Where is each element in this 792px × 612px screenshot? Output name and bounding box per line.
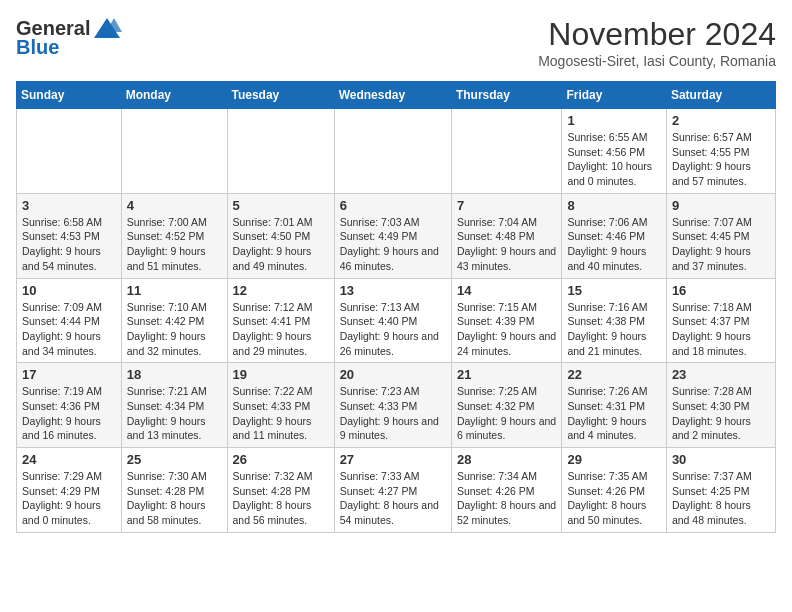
day-number: 29 — [567, 452, 660, 467]
day-info: Sunrise: 6:55 AM Sunset: 4:56 PM Dayligh… — [567, 130, 660, 189]
day-cell — [334, 109, 451, 194]
day-number: 12 — [233, 283, 329, 298]
day-info: Sunrise: 7:07 AM Sunset: 4:45 PM Dayligh… — [672, 215, 770, 274]
title-area: November 2024 Mogosesti-Siret, Iasi Coun… — [538, 16, 776, 69]
day-cell — [451, 109, 562, 194]
day-number: 6 — [340, 198, 446, 213]
day-cell: 26Sunrise: 7:32 AM Sunset: 4:28 PM Dayli… — [227, 448, 334, 533]
day-info: Sunrise: 7:34 AM Sunset: 4:26 PM Dayligh… — [457, 469, 557, 528]
day-cell: 2Sunrise: 6:57 AM Sunset: 4:55 PM Daylig… — [666, 109, 775, 194]
day-info: Sunrise: 7:21 AM Sunset: 4:34 PM Dayligh… — [127, 384, 222, 443]
day-cell: 29Sunrise: 7:35 AM Sunset: 4:26 PM Dayli… — [562, 448, 666, 533]
day-cell: 15Sunrise: 7:16 AM Sunset: 4:38 PM Dayli… — [562, 278, 666, 363]
header-row: SundayMondayTuesdayWednesdayThursdayFrid… — [17, 82, 776, 109]
day-info: Sunrise: 7:15 AM Sunset: 4:39 PM Dayligh… — [457, 300, 557, 359]
day-cell — [17, 109, 122, 194]
logo-icon — [92, 16, 122, 40]
day-cell: 9Sunrise: 7:07 AM Sunset: 4:45 PM Daylig… — [666, 193, 775, 278]
day-cell: 1Sunrise: 6:55 AM Sunset: 4:56 PM Daylig… — [562, 109, 666, 194]
day-info: Sunrise: 7:01 AM Sunset: 4:50 PM Dayligh… — [233, 215, 329, 274]
day-info: Sunrise: 7:13 AM Sunset: 4:40 PM Dayligh… — [340, 300, 446, 359]
day-info: Sunrise: 7:30 AM Sunset: 4:28 PM Dayligh… — [127, 469, 222, 528]
header-friday: Friday — [562, 82, 666, 109]
day-cell — [227, 109, 334, 194]
day-cell: 13Sunrise: 7:13 AM Sunset: 4:40 PM Dayli… — [334, 278, 451, 363]
day-number: 20 — [340, 367, 446, 382]
header-saturday: Saturday — [666, 82, 775, 109]
day-cell: 4Sunrise: 7:00 AM Sunset: 4:52 PM Daylig… — [121, 193, 227, 278]
day-number: 9 — [672, 198, 770, 213]
day-cell: 10Sunrise: 7:09 AM Sunset: 4:44 PM Dayli… — [17, 278, 122, 363]
day-info: Sunrise: 7:37 AM Sunset: 4:25 PM Dayligh… — [672, 469, 770, 528]
page-header: General Blue November 2024 Mogosesti-Sir… — [16, 16, 776, 69]
day-info: Sunrise: 7:26 AM Sunset: 4:31 PM Dayligh… — [567, 384, 660, 443]
day-cell: 3Sunrise: 6:58 AM Sunset: 4:53 PM Daylig… — [17, 193, 122, 278]
calendar-header: SundayMondayTuesdayWednesdayThursdayFrid… — [17, 82, 776, 109]
day-cell: 7Sunrise: 7:04 AM Sunset: 4:48 PM Daylig… — [451, 193, 562, 278]
day-number: 17 — [22, 367, 116, 382]
day-cell: 8Sunrise: 7:06 AM Sunset: 4:46 PM Daylig… — [562, 193, 666, 278]
day-number: 13 — [340, 283, 446, 298]
day-number: 2 — [672, 113, 770, 128]
day-cell: 17Sunrise: 7:19 AM Sunset: 4:36 PM Dayli… — [17, 363, 122, 448]
day-info: Sunrise: 7:32 AM Sunset: 4:28 PM Dayligh… — [233, 469, 329, 528]
day-number: 28 — [457, 452, 557, 467]
day-cell: 23Sunrise: 7:28 AM Sunset: 4:30 PM Dayli… — [666, 363, 775, 448]
day-number: 21 — [457, 367, 557, 382]
day-cell: 28Sunrise: 7:34 AM Sunset: 4:26 PM Dayli… — [451, 448, 562, 533]
day-info: Sunrise: 7:00 AM Sunset: 4:52 PM Dayligh… — [127, 215, 222, 274]
day-number: 22 — [567, 367, 660, 382]
day-info: Sunrise: 7:04 AM Sunset: 4:48 PM Dayligh… — [457, 215, 557, 274]
day-cell: 11Sunrise: 7:10 AM Sunset: 4:42 PM Dayli… — [121, 278, 227, 363]
day-number: 25 — [127, 452, 222, 467]
day-info: Sunrise: 7:18 AM Sunset: 4:37 PM Dayligh… — [672, 300, 770, 359]
day-info: Sunrise: 7:12 AM Sunset: 4:41 PM Dayligh… — [233, 300, 329, 359]
day-info: Sunrise: 7:35 AM Sunset: 4:26 PM Dayligh… — [567, 469, 660, 528]
day-cell: 22Sunrise: 7:26 AM Sunset: 4:31 PM Dayli… — [562, 363, 666, 448]
day-cell: 6Sunrise: 7:03 AM Sunset: 4:49 PM Daylig… — [334, 193, 451, 278]
calendar-body: 1Sunrise: 6:55 AM Sunset: 4:56 PM Daylig… — [17, 109, 776, 533]
day-number: 30 — [672, 452, 770, 467]
day-number: 7 — [457, 198, 557, 213]
header-monday: Monday — [121, 82, 227, 109]
day-number: 8 — [567, 198, 660, 213]
subtitle: Mogosesti-Siret, Iasi County, Romania — [538, 53, 776, 69]
day-number: 18 — [127, 367, 222, 382]
day-number: 14 — [457, 283, 557, 298]
logo-blue-text: Blue — [16, 36, 59, 59]
day-number: 10 — [22, 283, 116, 298]
day-info: Sunrise: 7:16 AM Sunset: 4:38 PM Dayligh… — [567, 300, 660, 359]
header-tuesday: Tuesday — [227, 82, 334, 109]
day-number: 24 — [22, 452, 116, 467]
day-cell: 21Sunrise: 7:25 AM Sunset: 4:32 PM Dayli… — [451, 363, 562, 448]
day-cell: 18Sunrise: 7:21 AM Sunset: 4:34 PM Dayli… — [121, 363, 227, 448]
day-info: Sunrise: 7:09 AM Sunset: 4:44 PM Dayligh… — [22, 300, 116, 359]
week-row-2: 10Sunrise: 7:09 AM Sunset: 4:44 PM Dayli… — [17, 278, 776, 363]
logo-area: General Blue — [16, 16, 122, 59]
day-number: 3 — [22, 198, 116, 213]
header-sunday: Sunday — [17, 82, 122, 109]
day-info: Sunrise: 7:28 AM Sunset: 4:30 PM Dayligh… — [672, 384, 770, 443]
day-cell: 25Sunrise: 7:30 AM Sunset: 4:28 PM Dayli… — [121, 448, 227, 533]
day-number: 16 — [672, 283, 770, 298]
day-info: Sunrise: 7:19 AM Sunset: 4:36 PM Dayligh… — [22, 384, 116, 443]
day-number: 4 — [127, 198, 222, 213]
day-cell: 27Sunrise: 7:33 AM Sunset: 4:27 PM Dayli… — [334, 448, 451, 533]
day-number: 15 — [567, 283, 660, 298]
day-number: 23 — [672, 367, 770, 382]
day-cell: 24Sunrise: 7:29 AM Sunset: 4:29 PM Dayli… — [17, 448, 122, 533]
day-info: Sunrise: 7:33 AM Sunset: 4:27 PM Dayligh… — [340, 469, 446, 528]
week-row-1: 3Sunrise: 6:58 AM Sunset: 4:53 PM Daylig… — [17, 193, 776, 278]
day-info: Sunrise: 6:58 AM Sunset: 4:53 PM Dayligh… — [22, 215, 116, 274]
day-info: Sunrise: 6:57 AM Sunset: 4:55 PM Dayligh… — [672, 130, 770, 189]
month-title: November 2024 — [538, 16, 776, 53]
day-number: 27 — [340, 452, 446, 467]
day-info: Sunrise: 7:25 AM Sunset: 4:32 PM Dayligh… — [457, 384, 557, 443]
header-wednesday: Wednesday — [334, 82, 451, 109]
day-cell: 12Sunrise: 7:12 AM Sunset: 4:41 PM Dayli… — [227, 278, 334, 363]
day-info: Sunrise: 7:22 AM Sunset: 4:33 PM Dayligh… — [233, 384, 329, 443]
day-cell: 16Sunrise: 7:18 AM Sunset: 4:37 PM Dayli… — [666, 278, 775, 363]
day-number: 26 — [233, 452, 329, 467]
day-cell — [121, 109, 227, 194]
day-cell: 20Sunrise: 7:23 AM Sunset: 4:33 PM Dayli… — [334, 363, 451, 448]
